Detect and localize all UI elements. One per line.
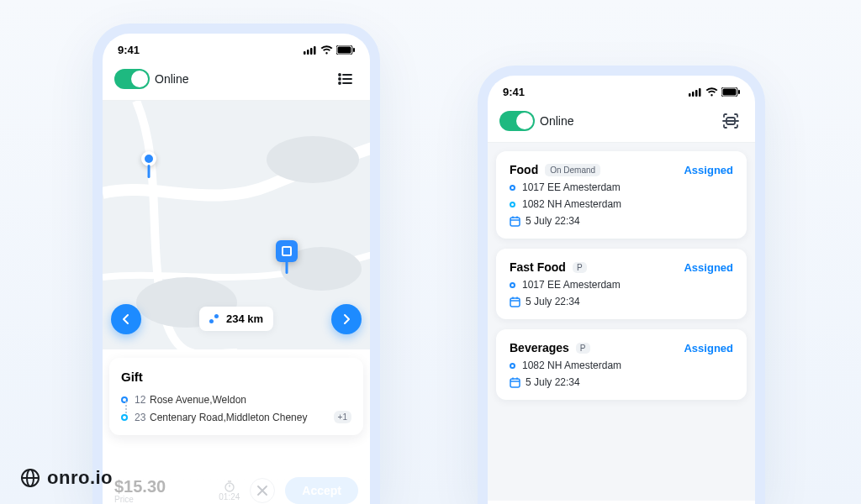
scan-icon[interactable] xyxy=(718,108,743,134)
online-toggle[interactable] xyxy=(114,69,150,89)
status-bar: 9:41 xyxy=(488,76,755,103)
wifi-icon xyxy=(320,45,333,55)
job-status: Assigned xyxy=(684,261,733,274)
prev-order-button[interactable] xyxy=(111,304,141,334)
distance-value: 234 km xyxy=(226,312,263,325)
job-chip: P xyxy=(576,343,590,354)
brand-text: onro.io xyxy=(47,467,113,489)
next-order-button[interactable] xyxy=(331,304,362,334)
reject-button[interactable] xyxy=(250,478,275,503)
svg-rect-37 xyxy=(510,379,520,387)
svg-rect-25 xyxy=(723,89,737,96)
status-time: 9:41 xyxy=(118,44,140,56)
svg-rect-23 xyxy=(699,88,701,97)
calendar-icon xyxy=(510,216,520,227)
svg-rect-20 xyxy=(689,93,691,97)
calendar-icon xyxy=(510,377,520,388)
dropoff-dot-icon xyxy=(121,414,128,421)
svg-rect-0 xyxy=(304,51,306,55)
job-time: 5 July 22:34 xyxy=(510,296,733,307)
order-stop-2: 23 Centenary Road,Middleton Cheney +1 xyxy=(121,411,351,423)
job-stop: 1017 EE Amesterdam xyxy=(510,181,733,193)
map-pin-dropoff[interactable] xyxy=(276,240,298,262)
job-chip: On Demand xyxy=(545,164,600,176)
battery-icon xyxy=(336,45,355,55)
svg-rect-6 xyxy=(353,48,355,52)
dropoff-dot-icon xyxy=(510,202,515,207)
cellular-icon xyxy=(304,46,317,55)
svg-rect-5 xyxy=(338,47,351,54)
job-time: 5 July 22:34 xyxy=(510,376,733,388)
svg-rect-21 xyxy=(692,92,695,97)
timer-icon xyxy=(224,480,235,492)
online-label: Online xyxy=(540,114,573,128)
wifi-icon xyxy=(705,87,718,97)
job-time: 5 July 22:34 xyxy=(510,215,733,227)
pickup-dot-icon xyxy=(510,363,515,369)
jobs-list[interactable]: Food On Demand Assigned 1017 EE Amesterd… xyxy=(488,143,755,501)
pickup-dot-icon xyxy=(510,185,515,191)
map-pin-pickup[interactable] xyxy=(141,151,156,166)
job-title: Food xyxy=(510,163,538,176)
distance-chip: 234 km xyxy=(199,307,273,331)
svg-rect-26 xyxy=(738,90,740,94)
job-stop: 1082 NH Amesterdam xyxy=(510,198,733,210)
list-view-icon[interactable] xyxy=(333,66,358,92)
job-status: Assigned xyxy=(684,164,733,176)
job-stop: 1082 NH Amesterdam xyxy=(510,360,733,371)
svg-rect-22 xyxy=(695,90,698,97)
order-stop-1: 12 Rose Avenue,Weldon xyxy=(121,394,351,406)
status-time: 9:41 xyxy=(503,86,525,98)
header-row: Online xyxy=(103,61,370,101)
job-title: Fast Food xyxy=(510,260,566,274)
job-card[interactable]: Food On Demand Assigned 1017 EE Amesterd… xyxy=(496,151,747,239)
job-status: Assigned xyxy=(684,342,733,354)
globe-icon xyxy=(20,468,40,488)
brand-watermark: onro.io xyxy=(20,467,113,489)
phone-driver-list: 9:41 Online Food On Demand Assigned 1017… xyxy=(478,66,765,504)
status-bar: 9:41 xyxy=(103,34,370,61)
svg-rect-1 xyxy=(307,50,309,55)
pickup-dot-icon xyxy=(510,282,515,288)
svg-point-7 xyxy=(339,74,341,76)
price-block: $15.30 Price xyxy=(114,477,209,504)
online-label: Online xyxy=(155,72,188,86)
timer-block: 01:24 xyxy=(219,480,240,501)
svg-point-15 xyxy=(267,136,359,183)
status-icons xyxy=(689,87,740,97)
job-title: Beverages xyxy=(510,341,569,354)
accept-button[interactable]: Accept xyxy=(285,477,358,504)
more-stops-badge: +1 xyxy=(334,411,351,423)
map-view[interactable]: 234 km xyxy=(103,101,370,349)
order-title: Gift xyxy=(121,370,351,384)
svg-rect-33 xyxy=(510,298,520,307)
header-row: Online xyxy=(488,103,755,143)
order-card[interactable]: Gift 12 Rose Avenue,Weldon 23 Centenary … xyxy=(109,358,363,435)
online-toggle[interactable] xyxy=(499,111,535,131)
job-card[interactable]: Beverages P Assigned 1082 NH Amesterdam … xyxy=(496,329,747,400)
battery-icon xyxy=(721,87,740,97)
cellular-icon xyxy=(689,88,702,97)
job-stop: 1017 EE Amesterdam xyxy=(510,279,733,291)
phone-driver-map: 9:41 Online xyxy=(92,24,380,504)
job-card[interactable]: Fast Food P Assigned 1017 EE Amesterdam … xyxy=(496,249,747,319)
svg-rect-2 xyxy=(310,48,313,55)
route-icon xyxy=(209,314,219,324)
order-action-bar: $15.30 Price 01:24 Accept xyxy=(103,472,370,504)
status-icons xyxy=(304,45,355,55)
svg-rect-3 xyxy=(314,46,316,55)
calendar-icon xyxy=(510,297,520,307)
svg-point-11 xyxy=(339,82,341,84)
job-chip: P xyxy=(573,262,587,273)
svg-rect-29 xyxy=(510,218,520,226)
svg-point-9 xyxy=(339,78,341,80)
